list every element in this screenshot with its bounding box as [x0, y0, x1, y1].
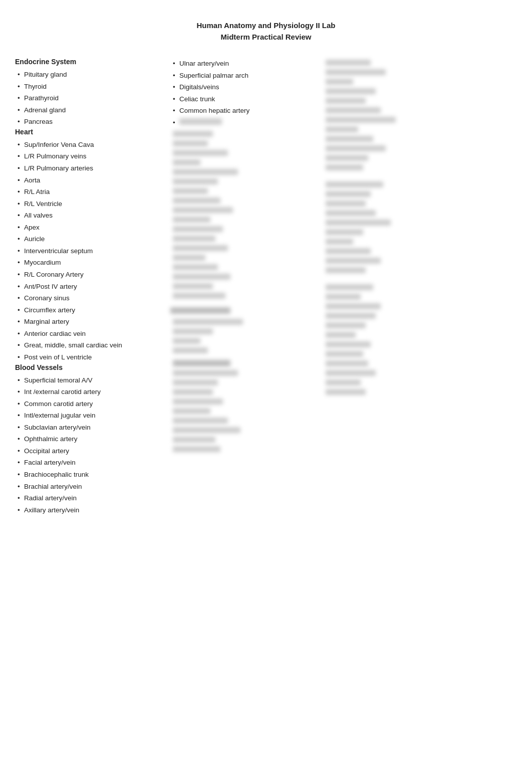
heart-list: Sup/Inferior Vena Cava L/R Pulmonary vei…: [15, 139, 170, 363]
list-item: Circumflex artery: [15, 304, 170, 316]
list-item: Myocardium: [15, 257, 170, 269]
list-item: Parathyroid: [15, 92, 170, 104]
list-item: Marginal artery: [15, 316, 170, 328]
list-item: R/L Coronary Artery: [15, 269, 170, 281]
list-item: Digitals/veins: [170, 81, 326, 93]
blood-vessels-list: Superficial temoral A/V Int /external ca…: [15, 374, 170, 516]
middle-visible-list: Ulnar artery/vein Superficial palmar arc…: [170, 58, 326, 128]
list-item-blurred: [170, 117, 326, 129]
middle-blurred-extra: [170, 360, 326, 454]
list-item: Coronary sinus: [15, 292, 170, 304]
right-column: [326, 58, 517, 398]
list-item: Common hepatic artery: [170, 105, 326, 117]
list-item: Pituitary gland: [15, 69, 170, 81]
list-item: Thyroid: [15, 81, 170, 93]
list-item: Subclavian artery/vein: [15, 422, 170, 434]
section-title-blood-vessels: Blood Vessels: [15, 363, 170, 371]
list-item: Brachiocephalic trunk: [15, 469, 170, 481]
left-column: Endocrine System Pituitary gland Thyroid…: [15, 58, 170, 516]
list-item: Great, middle, small cardiac vein: [15, 339, 170, 351]
list-item: Aorta: [15, 174, 170, 186]
page-title: Human Anatomy and Physiology II Lab Midt…: [15, 20, 517, 43]
list-item: R/L Atria: [15, 186, 170, 198]
list-item: Intl/external jugular vein: [15, 410, 170, 422]
section-endocrine: Endocrine System Pituitary gland Thyroid…: [15, 58, 170, 128]
list-item: Int /external carotid artery: [15, 386, 170, 398]
list-item: Post vein of L ventricle: [15, 351, 170, 363]
right-blurred-top: [326, 59, 517, 172]
list-item: Sup/Inferior Vena Cava: [15, 139, 170, 151]
list-item: Common carotid artery: [15, 398, 170, 410]
list-item: Ant/Post IV artery: [15, 281, 170, 293]
list-item: Occipital artery: [15, 445, 170, 457]
middle-blurred-bottom: [170, 318, 326, 355]
list-item: Superficial temoral A/V: [15, 374, 170, 386]
list-item: Anterior cardiac vein: [15, 328, 170, 340]
list-item: Ulnar artery/vein: [170, 58, 326, 70]
list-item: Ophthalmic artery: [15, 433, 170, 445]
list-item: All valves: [15, 210, 170, 222]
list-item: L/R Pulmonary veins: [15, 150, 170, 162]
list-item: Auricle: [15, 233, 170, 245]
list-item: Axillary artery/vein: [15, 504, 170, 516]
section-title-heart: Heart: [15, 128, 170, 136]
endocrine-list: Pituitary gland Thyroid Parathyroid Adre…: [15, 69, 170, 128]
list-item: R/L Ventricle: [15, 198, 170, 210]
list-item: Brachial artery/vein: [15, 481, 170, 493]
list-item: Celiac trunk: [170, 93, 326, 105]
middle-blurred-top: [170, 130, 326, 300]
middle-blurred-section-title: [170, 307, 326, 315]
list-item: Adrenal gland: [15, 104, 170, 116]
list-item: L/R Pulmonary arteries: [15, 162, 170, 174]
middle-column: Ulnar artery/vein Superficial palmar arc…: [170, 58, 326, 455]
list-item: Pancreas: [15, 116, 170, 128]
list-item: Interventricular septum: [15, 245, 170, 257]
section-heart: Heart Sup/Inferior Vena Cava L/R Pulmona…: [15, 128, 170, 363]
right-blurred-bottom: [326, 284, 517, 397]
section-blood-vessels: Blood Vessels Superficial temoral A/V In…: [15, 363, 170, 516]
list-item: Superficial palmar arch: [170, 70, 326, 82]
section-title-endocrine: Endocrine System: [15, 58, 170, 66]
list-item: Radial artery/vein: [15, 492, 170, 504]
list-item: Facial artery/vein: [15, 457, 170, 469]
right-blurred-mid: [326, 181, 517, 275]
list-item: Apex: [15, 222, 170, 234]
